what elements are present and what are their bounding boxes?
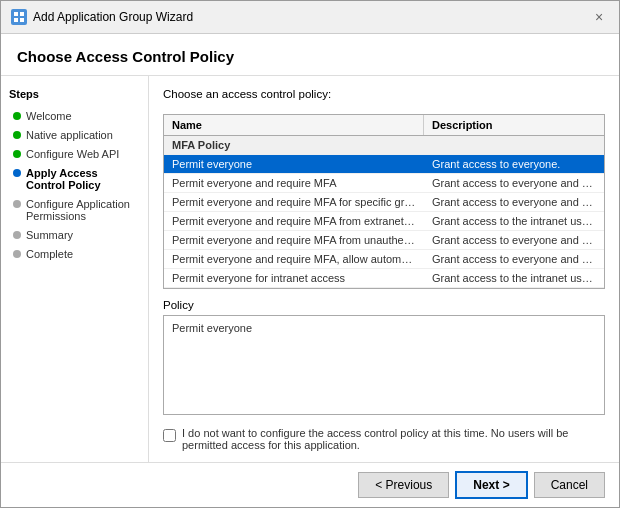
sidebar-item-label: Summary — [26, 229, 73, 241]
col-header-name: Name — [164, 115, 424, 135]
step-dot-access-control — [13, 169, 21, 177]
title-bar: Add Application Group Wizard × — [1, 1, 619, 34]
col-header-description: Description — [424, 115, 604, 135]
table-row[interactable]: Permit everyone for intranet access Gran… — [164, 269, 604, 288]
table-row[interactable]: Permit everyone and require MFA Grant ac… — [164, 174, 604, 193]
sidebar-item-apply-access-control[interactable]: Apply Access Control Policy — [9, 165, 140, 193]
svg-rect-0 — [14, 12, 18, 16]
policy-section: Policy Permit everyone — [163, 299, 605, 415]
policy-label: Policy — [163, 299, 605, 311]
policy-table: Name Description MFA Policy Permit every… — [163, 114, 605, 289]
cell-name: Permit everyone and require MFA for spec… — [164, 193, 424, 211]
cell-description: Grant access to everyone and require MFA… — [424, 231, 604, 249]
sidebar: Steps Welcome Native application Configu… — [1, 76, 149, 462]
title-bar-text: Add Application Group Wizard — [33, 10, 193, 24]
table-scroll[interactable]: MFA Policy Permit everyone Grant access … — [164, 136, 604, 288]
step-dot-summary — [13, 231, 21, 239]
step-dot-webapi — [13, 150, 21, 158]
sidebar-item-configure-web-api[interactable]: Configure Web API — [9, 146, 140, 162]
steps-label: Steps — [9, 88, 140, 100]
cell-description: Grant access to everyone. — [424, 155, 604, 173]
cell-name: Permit everyone — [164, 155, 424, 173]
cell-description: Grant access to everyone and require MFA… — [424, 174, 604, 192]
sidebar-item-label: Complete — [26, 248, 73, 260]
sidebar-item-welcome[interactable]: Welcome — [9, 108, 140, 124]
cell-description: Grant access to everyone and require MFA… — [424, 193, 604, 211]
close-button[interactable]: × — [589, 7, 609, 27]
cell-name: Permit everyone and require MFA from ext… — [164, 212, 424, 230]
cell-name: Permit everyone and require MFA from una… — [164, 231, 424, 249]
policy-box: Permit everyone — [163, 315, 605, 415]
table-row[interactable]: Permit everyone and require MFA for spec… — [164, 193, 604, 212]
dialog-body: Choose Access Control Policy Steps Welco… — [1, 34, 619, 462]
sidebar-item-label: Apply Access Control Policy — [26, 167, 136, 191]
no-policy-checkbox[interactable] — [163, 429, 176, 442]
cell-description: Grant access to the intranet users and r… — [424, 212, 604, 230]
table-row[interactable]: Permit everyone and require MFA from ext… — [164, 212, 604, 231]
sidebar-item-summary[interactable]: Summary — [9, 227, 140, 243]
sidebar-item-label: Welcome — [26, 110, 72, 122]
app-icon — [11, 9, 27, 25]
cell-name: Permit everyone and require MFA — [164, 174, 424, 192]
step-dot-complete — [13, 250, 21, 258]
sidebar-item-label: Configure Application Permissions — [26, 198, 136, 222]
content-area: Steps Welcome Native application Configu… — [1, 76, 619, 462]
sidebar-item-native-application[interactable]: Native application — [9, 127, 140, 143]
table-row[interactable]: Permit everyone and require MFA from una… — [164, 231, 604, 250]
previous-button[interactable]: < Previous — [358, 472, 449, 498]
dialog-window: Add Application Group Wizard × Choose Ac… — [0, 0, 620, 508]
next-button[interactable]: Next > — [455, 471, 527, 499]
table-header: Name Description — [164, 115, 604, 136]
step-dot-welcome — [13, 112, 21, 120]
cell-description: Grant access to everyone and require MFA… — [424, 250, 604, 268]
sidebar-item-label: Native application — [26, 129, 113, 141]
step-dot-permissions — [13, 200, 21, 208]
title-bar-left: Add Application Group Wizard — [11, 9, 193, 25]
table-row: MFA Policy — [164, 136, 604, 155]
checkbox-row: I do not want to configure the access co… — [163, 425, 605, 453]
cancel-button[interactable]: Cancel — [534, 472, 605, 498]
main-panel: Choose an access control policy: Name De… — [149, 76, 619, 462]
svg-rect-2 — [14, 18, 18, 22]
choose-label: Choose an access control policy: — [163, 88, 605, 100]
cell-description — [424, 136, 604, 154]
table-row[interactable]: Permit everyone Grant access to everyone… — [164, 155, 604, 174]
sidebar-item-configure-app-permissions[interactable]: Configure Application Permissions — [9, 196, 140, 224]
svg-rect-1 — [20, 12, 24, 16]
table-row[interactable]: Permit everyone and require MFA, allow a… — [164, 250, 604, 269]
svg-rect-3 — [20, 18, 24, 22]
page-title: Choose Access Control Policy — [1, 34, 619, 76]
cell-name: Permit everyone and require MFA, allow a… — [164, 250, 424, 268]
sidebar-item-complete[interactable]: Complete — [9, 246, 140, 262]
cell-name: MFA Policy — [164, 136, 424, 154]
checkbox-label: I do not want to configure the access co… — [182, 427, 605, 451]
footer: < Previous Next > Cancel — [1, 462, 619, 507]
sidebar-item-label: Configure Web API — [26, 148, 119, 160]
step-dot-native — [13, 131, 21, 139]
cell-description: Grant access to the intranet users. — [424, 269, 604, 287]
cell-name: Permit everyone for intranet access — [164, 269, 424, 287]
